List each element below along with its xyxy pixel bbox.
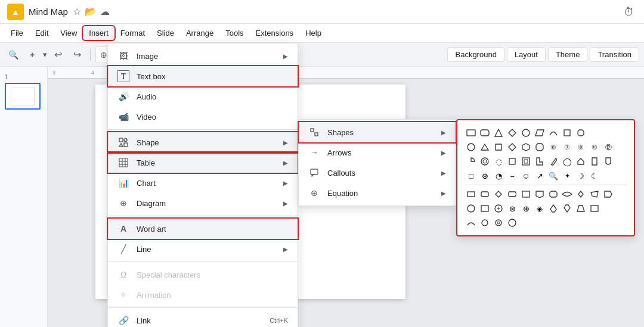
- menu-slide[interactable]: Slide: [151, 26, 180, 40]
- shape-diamond[interactable]: [506, 126, 519, 139]
- shape-s3[interactable]: [492, 202, 505, 215]
- shape-t4[interactable]: [506, 216, 519, 229]
- shape-s10[interactable]: [588, 202, 601, 215]
- shape-frame[interactable]: [519, 155, 532, 168]
- shape-rect[interactable]: [465, 126, 478, 139]
- shape-triangle[interactable]: [492, 126, 505, 139]
- shape-r7[interactable]: [547, 188, 560, 201]
- submenu-shapes[interactable]: Shapes ▶: [299, 122, 456, 142]
- insert-textbox[interactable]: T Text box: [108, 66, 298, 86]
- menu-arrange[interactable]: Arrange: [180, 26, 219, 40]
- shape-square[interactable]: [561, 126, 574, 139]
- shape-s9[interactable]: [574, 202, 587, 215]
- shape-doc2[interactable]: [602, 155, 615, 168]
- shape-r1[interactable]: [465, 188, 478, 201]
- shape-rect-snip[interactable]: [506, 155, 519, 168]
- shape-s2[interactable]: [478, 202, 491, 215]
- shape-oct[interactable]: [533, 141, 546, 154]
- shape-wedge[interactable]: [465, 155, 478, 168]
- shape-doc[interactable]: [588, 155, 601, 168]
- shape-r11[interactable]: [602, 188, 615, 201]
- shape-r2[interactable]: [478, 188, 491, 201]
- insert-diagram[interactable]: ⊕ Diagram ▶: [108, 193, 298, 213]
- submenu-equation[interactable]: ⊕ Equation ▶: [299, 183, 456, 203]
- insert-line[interactable]: ╱ Line ▶: [108, 239, 298, 259]
- shape-r10[interactable]: [588, 188, 601, 201]
- shape-no[interactable]: ↗: [533, 169, 546, 182]
- shape-gear[interactable]: ⊛: [478, 169, 491, 182]
- shape-hex[interactable]: [519, 141, 532, 154]
- shape-search[interactable]: 🔍: [547, 169, 560, 182]
- shape-round-square[interactable]: [574, 126, 587, 139]
- shape-s5[interactable]: ⊕: [519, 202, 532, 215]
- shape-r9[interactable]: [574, 188, 587, 201]
- shape-s7[interactable]: [547, 202, 560, 215]
- shape-s8[interactable]: [561, 202, 574, 215]
- shape-circle[interactable]: [519, 126, 532, 139]
- shape-s6[interactable]: ◈: [533, 202, 546, 215]
- insert-special-chars[interactable]: Ω Special characters: [108, 264, 298, 285]
- insert-video[interactable]: 📹 Video: [108, 107, 298, 127]
- insert-animation[interactable]: ✧ Animation: [108, 285, 298, 305]
- insert-wordart[interactable]: A Word art: [108, 219, 298, 239]
- shape-arc[interactable]: [547, 126, 560, 139]
- shape-para2[interactable]: [492, 141, 505, 154]
- shape-sun[interactable]: ✦: [561, 169, 574, 182]
- shape-t2[interactable]: [478, 216, 491, 229]
- menu-tools[interactable]: Tools: [219, 26, 249, 40]
- insert-chart[interactable]: 📊 Chart ▶: [108, 173, 298, 193]
- shape-eye[interactable]: □: [465, 169, 478, 182]
- shape-pencil[interactable]: [547, 155, 560, 168]
- menu-format[interactable]: Format: [114, 26, 151, 40]
- shape-round-rect[interactable]: [478, 126, 491, 139]
- submenu-arrows[interactable]: → Arrows ▶: [299, 142, 456, 163]
- cloud-icon[interactable]: ☁: [100, 6, 110, 17]
- insert-table[interactable]: Table ▶: [108, 152, 298, 173]
- menu-insert[interactable]: Insert: [83, 26, 114, 40]
- shape-r4[interactable]: [506, 188, 519, 201]
- add-btn[interactable]: +: [24, 46, 41, 63]
- insert-link[interactable]: 🔗 Link Ctrl+K: [108, 310, 298, 327]
- insert-audio[interactable]: 🔊 Audio: [108, 86, 298, 107]
- shape-snip[interactable]: ◌: [492, 155, 505, 168]
- shape-wave[interactable]: ⌣: [506, 169, 519, 182]
- shape-r6[interactable]: [533, 188, 546, 201]
- shape-lightning[interactable]: ◔: [492, 169, 505, 182]
- insert-shape[interactable]: Shape ▶: [108, 132, 298, 152]
- shape-parallelogram[interactable]: [533, 126, 546, 139]
- shape-c10[interactable]: ⑩: [588, 141, 601, 154]
- undo-btn[interactable]: ↩: [49, 46, 66, 63]
- search-btn[interactable]: 🔍: [5, 46, 21, 63]
- star-icon[interactable]: ☆: [73, 6, 81, 17]
- menu-edit[interactable]: Edit: [29, 26, 54, 40]
- shape-crescent2[interactable]: ☾: [588, 169, 601, 182]
- menu-extensions[interactable]: Extensions: [250, 26, 300, 40]
- transition-btn[interactable]: Transition: [590, 47, 639, 62]
- shape-s1[interactable]: [465, 202, 478, 215]
- shape-l[interactable]: [533, 155, 546, 168]
- history-icon[interactable]: ⏱: [624, 6, 634, 18]
- menu-view[interactable]: View: [54, 26, 83, 40]
- submenu-callouts[interactable]: Callouts ▶: [299, 163, 456, 183]
- shape-c6[interactable]: ⑥: [547, 141, 560, 154]
- shape-r3[interactable]: [492, 188, 505, 201]
- shape-t3[interactable]: [492, 216, 505, 229]
- shape-smile[interactable]: ☺: [519, 169, 532, 182]
- shape-moon[interactable]: ◯: [561, 155, 574, 168]
- shape-tri2[interactable]: [478, 141, 491, 154]
- theme-btn[interactable]: Theme: [548, 47, 587, 62]
- folder-icon[interactable]: 📂: [85, 6, 97, 17]
- redo-btn[interactable]: ↪: [69, 46, 85, 63]
- shape-rhombus[interactable]: [506, 141, 519, 154]
- shape-t1[interactable]: [465, 216, 478, 229]
- background-btn[interactable]: Background: [447, 47, 504, 62]
- slide-thumbnail[interactable]: [5, 83, 41, 110]
- shape-ring[interactable]: [478, 155, 491, 168]
- shape-crescent[interactable]: ☽: [574, 169, 587, 182]
- shape-circle2[interactable]: [465, 141, 478, 154]
- shape-c8[interactable]: ⑧: [574, 141, 587, 154]
- shape-box[interactable]: [574, 155, 587, 168]
- shape-r8[interactable]: [561, 188, 574, 201]
- shape-c12[interactable]: ⑫: [602, 141, 615, 154]
- shape-c7[interactable]: ⑦: [561, 141, 574, 154]
